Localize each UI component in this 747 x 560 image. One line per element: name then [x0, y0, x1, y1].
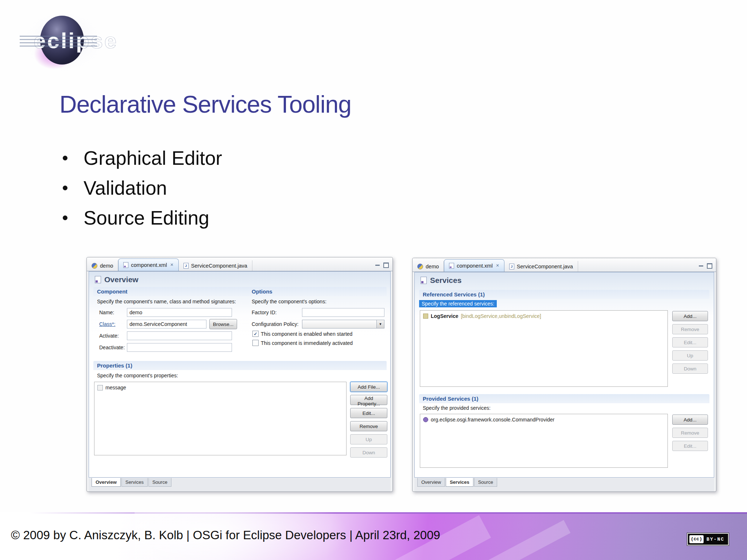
name-label: Name: [99, 310, 114, 315]
activate-label: Activate: [99, 333, 119, 339]
reference-icon [423, 314, 428, 319]
form-page-header: Services [421, 276, 461, 285]
property-name: message [105, 385, 126, 390]
plugin-icon [92, 263, 97, 269]
form-page-icon [421, 277, 427, 284]
configuration-policy-select[interactable]: ▼ [302, 320, 384, 328]
enabled-checkbox-label: This component is enabled when started [261, 331, 352, 337]
down-button[interactable]: Down [672, 363, 708, 374]
eclipse-logo-graphic: eclipse [18, 3, 131, 74]
bullet-list: Graphical Editor Validation Source Editi… [63, 147, 222, 236]
page-tab-source[interactable]: Source [148, 478, 171, 487]
page-tab-overview[interactable]: Overview [417, 478, 445, 487]
edit-button[interactable]: Edit... [672, 337, 708, 347]
section-title: Properties (1) [93, 361, 387, 369]
tab-component-xml[interactable]: component.xml ✕ [444, 259, 504, 272]
add-property-button[interactable]: Add Property... [350, 395, 387, 405]
referenced-services-list: LogService [bindLogService,unbindLogServ… [420, 310, 668, 387]
remove-button[interactable]: Remove [672, 324, 708, 334]
properties-section-header: Properties (1) [93, 361, 387, 370]
bullet-dot-icon [63, 156, 67, 160]
page-tab-services[interactable]: Services [121, 478, 148, 487]
options-section-header: Options [248, 287, 387, 296]
services-editor-body: Services Referenced Services (1) Specify… [414, 272, 714, 478]
plugin-icon [417, 264, 423, 269]
add-file-button[interactable]: Add File... [350, 382, 387, 392]
up-button[interactable]: Up [350, 434, 387, 444]
provided-services-header: Provided Services (1) [419, 394, 709, 403]
down-button[interactable]: Down [350, 447, 387, 458]
enabled-checkbox[interactable]: ✓ [252, 331, 259, 337]
list-item-message[interactable]: message [94, 382, 346, 393]
minimize-icon[interactable] [699, 265, 703, 267]
edit-button[interactable]: Edit... [672, 441, 708, 451]
list-item-logservice[interactable]: LogService [bindLogService,unbindLogServ… [420, 311, 667, 322]
tab-label: ServiceComponent.java [191, 263, 247, 269]
activate-input[interactable] [127, 331, 232, 340]
browse-button[interactable]: Browse... [209, 319, 237, 329]
tab-servicecomponent-java[interactable]: J ServiceComponent.java [504, 261, 578, 272]
tab-component-xml[interactable]: component.xml ✕ [118, 258, 179, 271]
editor-tabbar: demo component.xml ✕ J ServiceComponent.… [87, 257, 392, 271]
activated-checkbox[interactable] [252, 340, 259, 346]
section-title: Referenced Services (1) [419, 290, 709, 298]
remove-button[interactable]: Remove [672, 428, 708, 438]
deactivate-input[interactable] [127, 343, 232, 352]
page-tab-source[interactable]: Source [474, 478, 497, 487]
page-tab-overview[interactable]: Overview [92, 478, 121, 487]
class-input[interactable] [127, 320, 206, 328]
class-link[interactable]: Class*: [99, 321, 115, 327]
maximize-icon[interactable] [383, 262, 389, 268]
java-file-icon: J [183, 263, 189, 269]
up-button[interactable]: Up [672, 350, 708, 361]
overview-editor-body: Overview Component Specify the component… [89, 271, 391, 478]
form-page-title: Services [430, 276, 461, 285]
add-button[interactable]: Add... [672, 415, 708, 425]
list-item-commandprovider[interactable]: org.eclipse.osgi.framework.console.Comma… [420, 414, 667, 425]
section-title: Provided Services (1) [419, 394, 709, 402]
list-item: Graphical Editor [63, 147, 222, 169]
factory-id-input[interactable] [302, 308, 384, 317]
tab-demo[interactable]: demo [413, 261, 444, 272]
options-section-description: Specify the component's options: [252, 299, 326, 304]
provided-services-list: org.eclipse.osgi.framework.console.Comma… [420, 414, 668, 468]
editor-tabbar: demo component.xml ✕ J ServiceComponent.… [413, 258, 716, 272]
form-page-header: Overview [95, 275, 138, 284]
list-item: Source Editing [63, 206, 222, 229]
check-icon: ✓ [253, 331, 257, 337]
tab-label: demo [426, 264, 439, 269]
footer-credit: © 2009 by C. Aniszczyk, B. Kolb | OSGi f… [11, 528, 440, 542]
component-section-description: Specify the component's name, class and … [97, 299, 236, 304]
page-tab-strip: Overview Services Source [89, 478, 391, 491]
tab-demo[interactable]: demo [87, 260, 118, 271]
referenced-services-description-selected: Specify the referenced services: [419, 300, 497, 307]
reference-name: LogService [431, 313, 458, 319]
eclipse-logo: eclipse [18, 3, 131, 74]
maximize-icon[interactable] [707, 263, 712, 269]
service-name: org.eclipse.osgi.framework.console.Comma… [431, 417, 554, 423]
remove-button[interactable]: Remove [350, 421, 387, 431]
page-title: Declarative Services Tooling [59, 90, 351, 118]
deactivate-label: Deactivate: [99, 345, 125, 350]
interface-icon [423, 417, 428, 422]
add-button[interactable]: Add... [672, 311, 708, 321]
bullet-text: Validation [84, 177, 167, 199]
form-page-title: Overview [104, 275, 138, 284]
tab-servicecomponent-java[interactable]: J ServiceComponent.java [179, 260, 252, 271]
name-input[interactable] [127, 308, 232, 317]
cc-license-label: BY-NC [707, 537, 724, 542]
services-editor-window: demo component.xml ✕ J ServiceComponent.… [412, 258, 716, 492]
reference-detail: [bindLogService,unbindLogService] [461, 313, 541, 319]
overview-editor-window: demo component.xml ✕ J ServiceComponent.… [86, 257, 393, 492]
edit-button[interactable]: Edit... [350, 408, 387, 418]
bullet-dot-icon [63, 215, 67, 220]
minimize-icon[interactable] [375, 265, 380, 266]
window-controls [699, 263, 716, 272]
close-icon[interactable]: ✕ [496, 263, 499, 268]
xml-file-icon [123, 262, 128, 268]
configuration-policy-label: Configuration Policy: [252, 321, 298, 327]
close-icon[interactable]: ✕ [170, 262, 174, 267]
section-title: Options [248, 287, 387, 295]
page-tab-services[interactable]: Services [446, 478, 473, 487]
form-page-icon [95, 276, 101, 283]
